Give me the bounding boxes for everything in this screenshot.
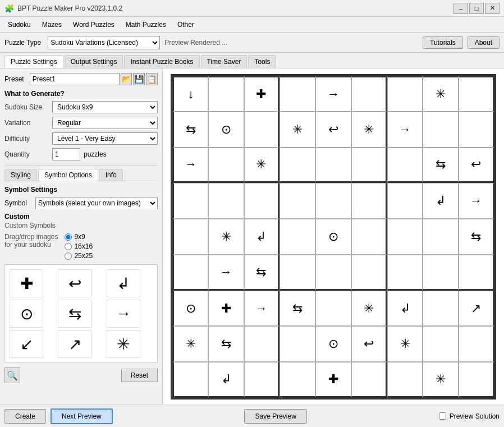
puzzle-cell bbox=[172, 183, 208, 219]
radio-9x9-input[interactable] bbox=[65, 233, 72, 241]
symbol-select[interactable]: Symbols (select your own images) bbox=[35, 197, 158, 209]
preset-label: Preset bbox=[4, 75, 29, 83]
menu-other[interactable]: Other bbox=[172, 19, 200, 31]
puzzle-cell bbox=[315, 255, 351, 291]
puzzle-cell: ↲ bbox=[244, 219, 280, 255]
puzzle-cell: ⇆ bbox=[244, 255, 280, 291]
puzzle-cell: ✳ bbox=[351, 112, 387, 148]
symbol-grid: ✚ ↩ ↲ ⊙ ⇆ → ↙ ↗ ✳ bbox=[4, 264, 158, 363]
sudoku-size-select[interactable]: Sudoku 9x9 bbox=[52, 101, 158, 113]
puzzle-cell: → bbox=[244, 291, 280, 327]
tab-tools[interactable]: Tools bbox=[248, 55, 276, 68]
inner-tab-styling[interactable]: Styling bbox=[4, 169, 37, 181]
symbol-cell-arrow-ne[interactable]: ↗ bbox=[58, 330, 91, 358]
puzzle-cell bbox=[172, 362, 208, 398]
symbol-cell-plus[interactable]: ✚ bbox=[10, 269, 43, 297]
menu-mazes[interactable]: Mazes bbox=[36, 19, 67, 31]
radio-25x25[interactable]: 25x25 bbox=[65, 252, 93, 260]
puzzle-cell bbox=[244, 112, 280, 148]
symbol-cell-arrows-lr[interactable]: ⇆ bbox=[58, 300, 91, 328]
reset-button[interactable]: Reset bbox=[121, 369, 158, 382]
close-button[interactable]: ✕ bbox=[485, 3, 500, 14]
radio-16x16[interactable]: 16x16 bbox=[65, 242, 93, 250]
tab-time-saver[interactable]: Time Saver bbox=[201, 55, 248, 68]
puzzle-cell: ↲ bbox=[208, 362, 244, 398]
tab-instant-puzzle-books[interactable]: Instant Puzzle Books bbox=[124, 55, 199, 68]
next-preview-button[interactable]: Next Preview bbox=[51, 408, 113, 424]
puzzle-cell bbox=[244, 183, 280, 219]
variation-row: Variation Regular bbox=[4, 117, 158, 129]
puzzle-cell bbox=[423, 291, 459, 327]
preset-save-button[interactable]: 💾 bbox=[133, 73, 145, 85]
difficulty-select[interactable]: Level 1 - Very Easy bbox=[52, 132, 158, 145]
title-bar-text: BPT Puzzle Maker Pro v2023.1.0.2 bbox=[17, 4, 453, 12]
puzzle-cell bbox=[387, 148, 423, 183]
radio-16x16-input[interactable] bbox=[65, 243, 72, 250]
preset-saveas-button[interactable]: 📋 bbox=[146, 73, 158, 85]
puzzle-cell: ↲ bbox=[423, 183, 459, 219]
tutorials-button[interactable]: Tutorials bbox=[423, 36, 463, 49]
quantity-label: Quantity bbox=[4, 150, 52, 158]
menu-math-puzzles[interactable]: Math Puzzles bbox=[120, 19, 172, 31]
maximize-button[interactable]: □ bbox=[469, 3, 484, 14]
right-panel: ↓✚→✳⇆⊙✳↩✳→→✳⇆↩↲→✳↲⊙⇆→⇆⊙✚→⇆✳↲↗✳⇆⊙↩✳↲✚✳ bbox=[163, 68, 504, 405]
tab-output-settings[interactable]: Output Settings bbox=[65, 55, 123, 68]
puzzle-cell bbox=[387, 362, 423, 398]
puzzle-cell bbox=[351, 183, 387, 219]
puzzle-cell: ✳ bbox=[423, 76, 459, 112]
symbol-cell-arrow-down-right[interactable]: ↲ bbox=[107, 269, 140, 297]
puzzle-grid: ↓✚→✳⇆⊙✳↩✳→→✳⇆↩↲→✳↲⊙⇆→⇆⊙✚→⇆✳↲↗✳⇆⊙↩✳↲✚✳ bbox=[171, 74, 496, 400]
sudoku-size-row: Sudoku Size Sudoku 9x9 bbox=[4, 101, 158, 113]
inner-tab-info[interactable]: Info bbox=[99, 169, 123, 181]
symbol-cell-arrow-right[interactable]: → bbox=[107, 300, 140, 328]
puzzle-cell: ✳ bbox=[387, 326, 423, 362]
settings-tabs: Puzzle Settings Output Settings Instant … bbox=[0, 53, 504, 68]
puzzle-cell: → bbox=[315, 76, 351, 112]
menu-bar: Sudoku Mazes Word Puzzles Math Puzzles O… bbox=[0, 17, 504, 33]
create-button[interactable]: Create bbox=[4, 409, 46, 424]
inner-tab-symbol-options[interactable]: Symbol Options bbox=[38, 169, 98, 181]
puzzle-cell: ✳ bbox=[423, 362, 459, 398]
for-sudoku-label: for your sudoku bbox=[4, 241, 51, 249]
puzzle-cell: → bbox=[172, 148, 208, 183]
symbol-cell-arrow-sw2[interactable]: ↙ bbox=[10, 330, 43, 358]
quantity-input[interactable] bbox=[52, 148, 80, 160]
save-preview-button[interactable]: Save Preview bbox=[244, 409, 306, 424]
radio-9x9[interactable]: 9x9 bbox=[65, 233, 93, 241]
preview-solution-checkbox[interactable] bbox=[439, 412, 446, 420]
puzzle-cell: ✳ bbox=[280, 112, 315, 148]
tab-puzzle-settings[interactable]: Puzzle Settings bbox=[4, 55, 63, 68]
preset-input[interactable] bbox=[30, 73, 120, 85]
puzzle-cell: ✳ bbox=[244, 148, 280, 183]
about-button[interactable]: About bbox=[468, 36, 500, 49]
search-button[interactable]: 🔍 bbox=[4, 368, 20, 383]
puzzle-cell: ✚ bbox=[244, 76, 280, 112]
puzzle-cell bbox=[208, 76, 244, 112]
menu-sudoku[interactable]: Sudoku bbox=[2, 19, 36, 31]
drag-drop-area: Drag/drop images for your sudoku bbox=[4, 233, 58, 249]
puzzle-cell bbox=[459, 112, 494, 148]
puzzle-cell bbox=[423, 255, 459, 291]
minimize-button[interactable]: – bbox=[453, 3, 468, 14]
menu-word-puzzles[interactable]: Word Puzzles bbox=[67, 19, 120, 31]
symbol-settings-label: Symbol Settings bbox=[4, 186, 158, 194]
puzzle-cell bbox=[244, 362, 280, 398]
bottom-bar: Create Next Preview Save Preview Preview… bbox=[0, 405, 504, 427]
preset-open-button[interactable]: 📂 bbox=[121, 73, 132, 85]
title-bar: 🧩 BPT Puzzle Maker Pro v2023.1.0.2 – □ ✕ bbox=[0, 0, 504, 17]
symbol-cell-arrow-sw[interactable]: ↩ bbox=[58, 269, 91, 297]
puzzle-cell: ✚ bbox=[208, 291, 244, 327]
symbol-cell-asterisk[interactable]: ✳ bbox=[107, 330, 140, 358]
puzzle-cell bbox=[172, 255, 208, 291]
puzzle-cell: → bbox=[459, 183, 494, 219]
puzzle-cell: ⇆ bbox=[172, 112, 208, 148]
what-to-generate-label: What to Generate? bbox=[4, 90, 158, 98]
puzzle-type-select[interactable]: Sudoku Variations (Licensed) bbox=[48, 36, 160, 49]
preset-row: Preset 📂 💾 📋 bbox=[4, 73, 158, 85]
puzzle-cell bbox=[208, 148, 244, 183]
puzzle-cell bbox=[280, 362, 315, 398]
variation-select[interactable]: Regular bbox=[52, 117, 158, 129]
radio-25x25-input[interactable] bbox=[65, 252, 72, 260]
puzzle-cell bbox=[315, 291, 351, 327]
symbol-cell-circle-check[interactable]: ⊙ bbox=[10, 300, 43, 328]
